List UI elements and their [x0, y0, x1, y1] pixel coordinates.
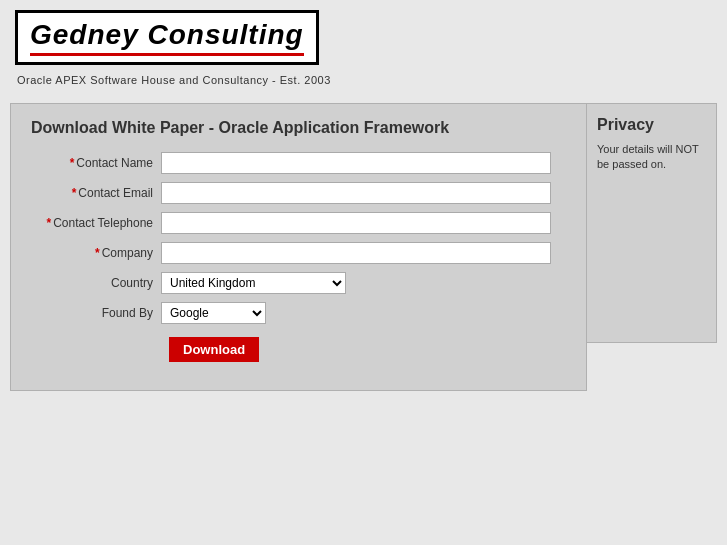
contact-telephone-input[interactable] [161, 212, 551, 234]
required-star-2: * [72, 186, 77, 200]
contact-email-row: *Contact Email [31, 182, 566, 204]
form-title: Download White Paper - Oracle Applicatio… [31, 119, 566, 137]
country-row: Country United Kingdom United States Can… [31, 272, 566, 294]
found-by-label: Found By [31, 306, 161, 320]
logo-text: Gedney Consulting [30, 19, 304, 51]
contact-email-label: *Contact Email [31, 186, 161, 200]
contact-email-input[interactable] [161, 182, 551, 204]
logo-box: Gedney Consulting [15, 10, 319, 65]
contact-telephone-row: *Contact Telephone [31, 212, 566, 234]
contact-name-label: *Contact Name [31, 156, 161, 170]
content-area: Download White Paper - Oracle Applicatio… [10, 103, 717, 391]
company-label: *Company [31, 246, 161, 260]
required-star: * [70, 156, 75, 170]
contact-telephone-label: *Contact Telephone [31, 216, 161, 230]
form-panel: Download White Paper - Oracle Applicatio… [10, 103, 587, 391]
tagline: Oracle APEX Software House and Consultan… [15, 74, 712, 86]
download-button[interactable]: Download [169, 337, 259, 362]
download-row: Download [31, 332, 566, 362]
contact-name-input[interactable] [161, 152, 551, 174]
contact-name-row: *Contact Name [31, 152, 566, 174]
country-select[interactable]: United Kingdom United States Canada Aust… [161, 272, 346, 294]
privacy-title: Privacy [597, 116, 706, 134]
company-input[interactable] [161, 242, 551, 264]
country-label: Country [31, 276, 161, 290]
privacy-text: Your details will NOT be passed on. [597, 142, 706, 173]
page-wrapper: Gedney Consulting Oracle APEX Software H… [0, 0, 727, 545]
privacy-panel: Privacy Your details will NOT be passed … [587, 103, 717, 343]
found-by-row: Found By Google Bing Yahoo LinkedIn Othe… [31, 302, 566, 324]
found-by-select[interactable]: Google Bing Yahoo LinkedIn Other [161, 302, 266, 324]
logo-underline [30, 53, 304, 56]
company-row: *Company [31, 242, 566, 264]
required-star-4: * [95, 246, 100, 260]
header: Gedney Consulting Oracle APEX Software H… [0, 0, 727, 91]
required-star-3: * [46, 216, 51, 230]
